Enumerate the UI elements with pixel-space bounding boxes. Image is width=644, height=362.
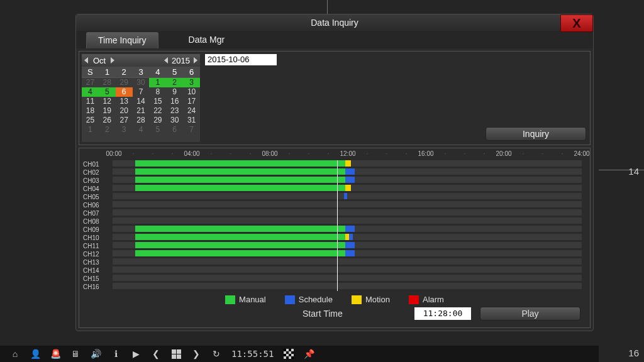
- calendar-day[interactable]: 18: [82, 106, 99, 116]
- channel-track[interactable]: [113, 258, 582, 265]
- channel-track[interactable]: [113, 201, 582, 208]
- loop-icon[interactable]: ↻: [211, 349, 221, 359]
- calendar-day[interactable]: 7: [133, 87, 150, 97]
- calendar-day[interactable]: 26: [99, 116, 116, 125]
- calendar-day[interactable]: 11: [82, 97, 99, 106]
- grid-side-number-bottom: 16: [628, 348, 639, 358]
- time-tick: 24:00: [574, 150, 589, 157]
- channel-label: CH08: [81, 217, 113, 226]
- channel-track[interactable]: [113, 217, 582, 224]
- calendar-day[interactable]: 30: [133, 78, 150, 87]
- segment-motion: [345, 185, 351, 191]
- calendar-day[interactable]: 21: [133, 106, 150, 116]
- channel-track[interactable]: [113, 266, 582, 273]
- pin-icon[interactable]: 📌: [304, 349, 314, 359]
- calendar-day[interactable]: 9: [166, 87, 183, 97]
- calendar-day[interactable]: 31: [183, 116, 200, 125]
- calendar-day[interactable]: 5: [149, 125, 166, 134]
- playhead[interactable]: [337, 160, 338, 291]
- calendar-day[interactable]: 17: [183, 97, 200, 106]
- segment-manual: [135, 234, 345, 240]
- monitor-icon[interactable]: 🖥: [70, 349, 80, 359]
- channel-track[interactable]: [113, 193, 582, 200]
- channel-track[interactable]: [113, 209, 582, 216]
- calendar-day[interactable]: 6: [116, 87, 133, 97]
- calendar-day[interactable]: 29: [116, 78, 133, 87]
- legend-manual: Manual: [239, 295, 266, 304]
- calendar-day[interactable]: 3: [183, 78, 200, 87]
- close-button[interactable]: X: [560, 14, 593, 32]
- next-month-icon[interactable]: [111, 57, 114, 63]
- start-time-input[interactable]: 11:28:00: [414, 307, 471, 320]
- speaker-icon[interactable]: 🔊: [91, 349, 101, 359]
- channel-track[interactable]: [113, 177, 582, 184]
- calendar-day[interactable]: 28: [133, 116, 150, 125]
- channel-track[interactable]: [113, 226, 582, 233]
- prev-year-icon[interactable]: [164, 57, 168, 63]
- calendar-day[interactable]: 27: [82, 78, 99, 87]
- channel-track[interactable]: [113, 275, 582, 282]
- channel-track[interactable]: [113, 185, 582, 192]
- calendar-day[interactable]: 8: [149, 87, 166, 97]
- calendar-day[interactable]: 4: [133, 125, 150, 134]
- calendar-day[interactable]: 28: [99, 78, 116, 87]
- legend-motion: Motion: [365, 295, 390, 304]
- channel-track[interactable]: [113, 168, 582, 175]
- calendar-day[interactable]: 12: [99, 97, 116, 106]
- calendar-day[interactable]: 14: [133, 97, 150, 106]
- calendar-day[interactable]: 6: [166, 125, 183, 134]
- channel-track[interactable]: [113, 250, 582, 257]
- tab-data-mgr[interactable]: Data Mgr: [177, 32, 236, 48]
- calendar-day-header: 2: [116, 67, 133, 78]
- calendar-month: Oct: [93, 56, 106, 65]
- time-tick: 04:00: [184, 150, 199, 157]
- segment-schedule: [349, 234, 353, 240]
- swatch-schedule: [285, 295, 295, 304]
- prev-icon[interactable]: ❮: [151, 349, 161, 359]
- data-inquiry-window: Data Inquiry X Time Inquiry Data Mgr Oct…: [75, 14, 594, 331]
- date-input[interactable]: 2015-10-06: [205, 54, 277, 65]
- channel-row: CH10: [81, 234, 588, 242]
- play-button[interactable]: Play: [480, 307, 580, 321]
- calendar-day[interactable]: 10: [183, 87, 200, 97]
- channel-track[interactable]: [113, 234, 582, 241]
- calendar-day[interactable]: 23: [166, 106, 183, 116]
- calendar-day[interactable]: 1: [149, 78, 166, 87]
- next-year-icon[interactable]: [194, 57, 197, 63]
- grid-icon[interactable]: [171, 349, 181, 359]
- calendar-day[interactable]: 15: [149, 97, 166, 106]
- alarm-icon[interactable]: 🚨: [50, 349, 60, 359]
- home-icon[interactable]: ⌂: [10, 349, 20, 359]
- calendar-day[interactable]: 25: [82, 116, 99, 125]
- calendar-day[interactable]: 7: [183, 125, 200, 134]
- inquiry-button[interactable]: Inquiry: [486, 127, 586, 141]
- calendar-day[interactable]: 29: [149, 116, 166, 125]
- calendar-day[interactable]: 20: [116, 106, 133, 116]
- tab-time-inquiry[interactable]: Time Inquiry: [86, 32, 158, 48]
- channel-track[interactable]: [113, 242, 582, 249]
- calendar-day[interactable]: 19: [99, 106, 116, 116]
- calendar-day[interactable]: 3: [116, 125, 133, 134]
- calendar-day[interactable]: 5: [99, 87, 116, 97]
- calendar-day[interactable]: 27: [116, 116, 133, 125]
- calendar-day[interactable]: 13: [116, 97, 133, 106]
- calendar-day[interactable]: 24: [183, 106, 200, 116]
- channel-track[interactable]: [113, 283, 582, 290]
- calendar-day[interactable]: 16: [166, 97, 183, 106]
- calendar-day[interactable]: 1: [82, 125, 99, 134]
- upper-panel: Oct 2015 S123456272829301234567891011121…: [79, 51, 591, 145]
- play-icon[interactable]: ▶: [131, 349, 141, 359]
- channel-label: CH03: [81, 177, 113, 185]
- prev-month-icon[interactable]: [84, 57, 88, 63]
- calendar-day[interactable]: 2: [166, 78, 183, 87]
- next-icon[interactable]: ❯: [191, 349, 201, 359]
- calendar-day[interactable]: 30: [166, 116, 183, 125]
- info-icon[interactable]: ℹ: [111, 349, 121, 359]
- user-icon[interactable]: 👤: [30, 349, 40, 359]
- calendar-day[interactable]: 4: [82, 87, 99, 97]
- calendar-day[interactable]: 22: [149, 106, 166, 116]
- calendar-day[interactable]: 2: [99, 125, 116, 134]
- qr-icon[interactable]: [284, 349, 294, 359]
- channel-track[interactable]: [113, 160, 582, 167]
- calendar: Oct 2015 S123456272829301234567891011121…: [82, 54, 200, 142]
